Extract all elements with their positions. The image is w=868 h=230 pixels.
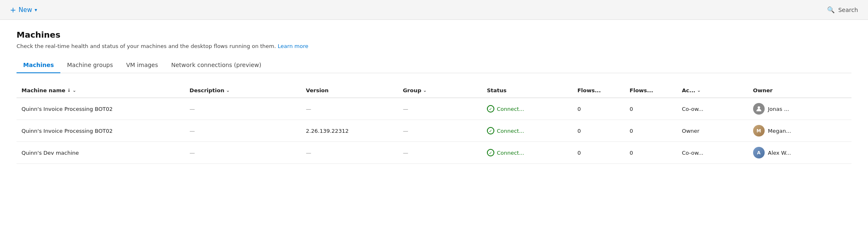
learn-more-link[interactable]: Learn more bbox=[278, 43, 308, 49]
group-chevron-icon: ⌄ bbox=[423, 88, 427, 93]
cell-status: Connect... bbox=[482, 142, 572, 164]
cell-flows2: 0 bbox=[625, 142, 677, 164]
cell-group: — bbox=[398, 120, 482, 142]
owner-name: Alex W... bbox=[768, 150, 791, 156]
cell-version: — bbox=[301, 98, 398, 120]
cell-status: Connect... bbox=[482, 120, 572, 142]
col-header-flows2: Flows... bbox=[625, 83, 677, 98]
description-chevron-icon: ⌄ bbox=[226, 88, 230, 93]
avatar bbox=[753, 103, 765, 115]
main-content: Machines Check the real-time health and … bbox=[0, 20, 868, 230]
new-chevron-icon: ▾ bbox=[35, 7, 37, 13]
col-header-owner: Owner bbox=[748, 83, 851, 98]
status-check-icon bbox=[487, 127, 494, 134]
search-icon: 🔍 bbox=[827, 6, 835, 14]
sort-down-icon: ↓ bbox=[67, 88, 71, 93]
table-row[interactable]: Quinn's Invoice Processing BOT02—2.26.13… bbox=[17, 120, 851, 142]
tab-machines[interactable]: Machines bbox=[17, 58, 60, 73]
status-text: Connect... bbox=[497, 150, 524, 156]
cell-version: — bbox=[301, 142, 398, 164]
cell-description: — bbox=[185, 98, 301, 120]
cell-ac: Owner bbox=[677, 120, 748, 142]
cell-status: Connect... bbox=[482, 98, 572, 120]
cell-ac: Co-ow... bbox=[677, 98, 748, 120]
new-button[interactable]: + New ▾ bbox=[10, 5, 37, 14]
col-header-ac[interactable]: Ac... ⌄ bbox=[677, 83, 748, 98]
machinename-chevron-icon: ⌄ bbox=[72, 88, 76, 93]
tab-network-connections[interactable]: Network connections (preview) bbox=[165, 58, 268, 73]
table-row[interactable]: Quinn's Dev machine———Connect...00Co-ow.… bbox=[17, 142, 851, 164]
status-text: Connect... bbox=[497, 128, 524, 134]
cell-flows1: 0 bbox=[572, 120, 625, 142]
page-title: Machines bbox=[17, 30, 851, 40]
cell-machinename: Quinn's Invoice Processing BOT02 bbox=[17, 98, 185, 120]
cell-description: — bbox=[185, 142, 301, 164]
cell-flows2: 0 bbox=[625, 98, 677, 120]
cell-version: 2.26.139.22312 bbox=[301, 120, 398, 142]
cell-group: — bbox=[398, 98, 482, 120]
cell-owner: Jonas ... bbox=[748, 98, 851, 120]
col-header-group[interactable]: Group ⌄ bbox=[398, 83, 482, 98]
svg-point-0 bbox=[758, 106, 760, 109]
table-header-row: Machine name ↓ ⌄ Description ⌄ Ver bbox=[17, 83, 851, 98]
col-header-flows1: Flows... bbox=[572, 83, 625, 98]
col-header-machinename[interactable]: Machine name ↓ ⌄ bbox=[17, 83, 185, 98]
cell-flows1: 0 bbox=[572, 98, 625, 120]
cell-flows2: 0 bbox=[625, 120, 677, 142]
owner-name: Megan... bbox=[768, 128, 791, 134]
col-header-status: Status bbox=[482, 83, 572, 98]
col-header-description[interactable]: Description ⌄ bbox=[185, 83, 301, 98]
status-check-icon bbox=[487, 149, 494, 156]
avatar: M bbox=[753, 125, 765, 137]
cell-group: — bbox=[398, 142, 482, 164]
status-check-icon bbox=[487, 105, 494, 113]
page-description: Check the real-time health and status of… bbox=[17, 43, 851, 49]
machines-table-wrapper: Machine name ↓ ⌄ Description ⌄ Ver bbox=[17, 83, 851, 164]
col-header-version: Version bbox=[301, 83, 398, 98]
search-button[interactable]: 🔍 Search bbox=[827, 6, 858, 14]
owner-name: Jonas ... bbox=[768, 106, 789, 112]
topbar: + New ▾ 🔍 Search bbox=[0, 0, 868, 20]
new-label: New bbox=[19, 6, 32, 14]
cell-ac: Co-ow... bbox=[677, 142, 748, 164]
tab-vm-images[interactable]: VM images bbox=[119, 58, 165, 73]
cell-owner: AAlex W... bbox=[748, 142, 851, 164]
cell-machinename: Quinn's Dev machine bbox=[17, 142, 185, 164]
avatar: A bbox=[753, 147, 765, 158]
ac-chevron-icon: ⌄ bbox=[697, 88, 701, 93]
tabs-bar: Machines Machine groups VM images Networ… bbox=[17, 58, 851, 73]
machines-table: Machine name ↓ ⌄ Description ⌄ Ver bbox=[17, 83, 851, 164]
plus-icon: + bbox=[10, 5, 16, 14]
cell-machinename: Quinn's Invoice Processing BOT02 bbox=[17, 120, 185, 142]
cell-flows1: 0 bbox=[572, 142, 625, 164]
table-row[interactable]: Quinn's Invoice Processing BOT02———Conne… bbox=[17, 98, 851, 120]
status-text: Connect... bbox=[497, 106, 524, 112]
cell-description: — bbox=[185, 120, 301, 142]
cell-owner: MMegan... bbox=[748, 120, 851, 142]
tab-machine-groups[interactable]: Machine groups bbox=[60, 58, 119, 73]
search-label: Search bbox=[838, 7, 858, 13]
